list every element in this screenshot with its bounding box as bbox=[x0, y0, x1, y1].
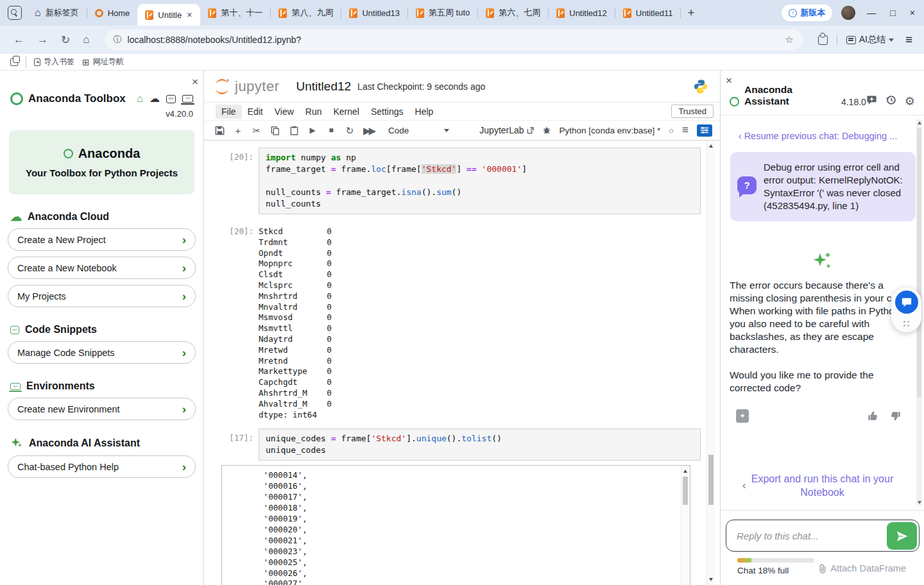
send-button[interactable] bbox=[887, 522, 917, 550]
scrollbar-thumb[interactable] bbox=[683, 477, 688, 505]
question-bubble-icon: ? bbox=[737, 176, 757, 194]
thumbs-up-icon[interactable] bbox=[868, 411, 878, 421]
cell-type-dropdown[interactable]: Code bbox=[388, 126, 409, 135]
browser-menu-icon[interactable]: ≡ bbox=[903, 33, 915, 47]
reply-box[interactable] bbox=[726, 520, 920, 552]
thumbs-down-icon[interactable] bbox=[890, 411, 901, 421]
chevron-left-icon[interactable]: ‹ bbox=[742, 480, 746, 491]
resume-previous-chat-link[interactable]: ‹ Resume previous chat: Debugging ... bbox=[721, 131, 915, 141]
stop-kernel-icon[interactable]: ■ bbox=[326, 126, 336, 134]
restart-run-all-icon[interactable]: ▶▶ bbox=[363, 126, 373, 135]
paste-icon[interactable] bbox=[289, 126, 299, 135]
assistant-close-icon[interactable]: × bbox=[726, 74, 732, 87]
history-icon[interactable] bbox=[886, 95, 896, 107]
menu-view[interactable]: View bbox=[269, 105, 300, 119]
debugger-icon[interactable] bbox=[542, 126, 551, 135]
code-icon[interactable]: <> bbox=[166, 95, 176, 103]
trusted-button[interactable]: Trusted bbox=[671, 105, 714, 118]
extensions-icon[interactable] bbox=[818, 35, 828, 45]
ai-summary-button[interactable]: AI总结 bbox=[841, 34, 899, 46]
collections-icon[interactable] bbox=[10, 58, 18, 66]
notebook-scroll-area[interactable]: [20]: import numpy as np frame_target = … bbox=[204, 140, 720, 585]
chat-based-python-help-button[interactable]: Chat-based Python Help › bbox=[8, 455, 196, 478]
settings-gear-icon[interactable]: ⚙ bbox=[905, 96, 915, 107]
insert-cell-icon[interactable]: + bbox=[233, 126, 243, 135]
tab-close-icon[interactable]: × bbox=[186, 10, 193, 20]
scrollbar-thumb[interactable] bbox=[708, 455, 714, 505]
import-bookmarks-button[interactable]: 导入书签 bbox=[34, 56, 74, 67]
kernel-name[interactable]: Python [conda env:base] * bbox=[560, 126, 661, 135]
drag-handle-icon[interactable] bbox=[903, 321, 905, 323]
site-info-icon[interactable]: ⓘ bbox=[114, 34, 122, 46]
window-minimize-button[interactable]: — bbox=[864, 8, 878, 18]
toolbox-close-icon[interactable]: × bbox=[192, 76, 198, 89]
laptop-icon[interactable]: <> bbox=[182, 95, 193, 103]
tab-week10-11[interactable]: 第十、十一 bbox=[200, 0, 270, 26]
tab-new-tab-page[interactable]: ⌂ 新标签页 bbox=[27, 0, 87, 26]
my-projects-button[interactable]: My Projects › bbox=[8, 285, 196, 307]
forward-icon[interactable]: → bbox=[33, 33, 53, 46]
cut-icon[interactable]: ✂ bbox=[252, 126, 262, 135]
notebook-title[interactable]: Untitled12 bbox=[296, 80, 352, 94]
menu-settings[interactable]: Settings bbox=[365, 105, 409, 119]
reply-input[interactable] bbox=[737, 520, 878, 551]
create-new-environment-button[interactable]: Create new Environment › bbox=[8, 398, 196, 420]
restart-kernel-icon[interactable]: ↻ bbox=[345, 126, 355, 135]
tab-week5-tutorial[interactable]: 第五周 tuto bbox=[408, 0, 477, 26]
back-icon[interactable]: ← bbox=[9, 33, 29, 46]
scroll-up-icon[interactable] bbox=[918, 121, 921, 124]
run-cell-icon[interactable]: ▶ bbox=[307, 126, 318, 134]
home-icon[interactable]: ⌂ bbox=[78, 33, 94, 46]
kernel-status-icon[interactable]: ○ bbox=[669, 126, 674, 135]
url-bar[interactable]: ⓘ localhost:8888/notebooks/Untitled12.ip… bbox=[105, 30, 803, 50]
new-chat-icon[interactable] bbox=[866, 95, 877, 107]
window-close-button[interactable]: × bbox=[907, 8, 918, 18]
cloud-icon[interactable]: ☁ bbox=[150, 94, 160, 104]
tab-untitled13[interactable]: Untitled13 bbox=[341, 0, 407, 26]
tab-search-icon[interactable] bbox=[8, 6, 22, 20]
window-maximize-button[interactable]: □ bbox=[887, 8, 898, 18]
chevron-down-icon[interactable] bbox=[444, 129, 449, 132]
site-navigation-button[interactable]: ⊞ 网址导航 bbox=[82, 56, 124, 67]
notebook-tools-icon[interactable] bbox=[697, 124, 712, 137]
create-new-project-button[interactable]: Create a New Project › bbox=[8, 228, 196, 251]
chat-history-area[interactable]: ‹ Resume previous chat: Debugging ... ? … bbox=[721, 115, 924, 510]
tab-untitled-active[interactable]: Untitle × bbox=[137, 4, 200, 26]
menu-help[interactable]: Help bbox=[409, 105, 440, 119]
new-tab-button[interactable]: + bbox=[681, 6, 701, 20]
floating-chat-widget[interactable] bbox=[891, 287, 921, 332]
insert-to-notebook-icon[interactable]: ✦ bbox=[736, 409, 749, 423]
menu-edit[interactable]: Edit bbox=[242, 105, 269, 119]
scroll-down-icon[interactable] bbox=[709, 578, 713, 581]
scroll-up-icon[interactable] bbox=[683, 470, 687, 473]
open-in-jupyterlab-link[interactable]: JupyterLab bbox=[479, 125, 533, 135]
bookmark-star-icon[interactable]: ☆ bbox=[785, 34, 793, 46]
save-icon[interactable] bbox=[214, 126, 225, 135]
copy-icon[interactable] bbox=[270, 126, 280, 135]
tab-week8-9[interactable]: 第八、九周 bbox=[271, 0, 341, 26]
scroll-up-icon[interactable] bbox=[709, 144, 713, 148]
tab-home[interactable]: Home bbox=[87, 0, 138, 26]
output-scroll-box[interactable]: '000014', '000016', '000017', '000018', … bbox=[221, 465, 690, 585]
table-of-contents-icon[interactable]: ≡ bbox=[682, 124, 689, 137]
menu-kernel[interactable]: Kernel bbox=[327, 105, 364, 119]
reload-icon[interactable]: ↻ bbox=[56, 33, 74, 47]
attach-dataframe-button[interactable]: Attach DataFrame bbox=[818, 563, 906, 573]
home-icon[interactable]: ⌂ bbox=[137, 94, 143, 104]
scrollbar-thumb[interactable] bbox=[917, 128, 921, 398]
avatar[interactable] bbox=[841, 6, 855, 20]
menu-run[interactable]: Run bbox=[300, 105, 328, 119]
code-editor[interactable]: unique_codes = frame['Stkcd'].unique().t… bbox=[259, 428, 701, 461]
tab-week6-7[interactable]: 第六、七周 bbox=[478, 0, 548, 26]
output-scrollbar[interactable] bbox=[681, 466, 689, 585]
scroll-down-icon[interactable] bbox=[918, 501, 921, 504]
new-version-badge[interactable]: ↑ 新版本 bbox=[782, 4, 832, 21]
create-new-notebook-button[interactable]: Create a New Notebook › bbox=[8, 257, 196, 279]
tab-untitled11[interactable]: Untitled11 bbox=[615, 0, 681, 26]
menu-file[interactable]: File bbox=[216, 105, 242, 119]
notebook-scrollbar[interactable] bbox=[706, 140, 715, 585]
tab-untitled12[interactable]: Untitled12 bbox=[549, 0, 615, 26]
code-editor[interactable]: import numpy as np frame_target = frame.… bbox=[259, 148, 701, 214]
manage-code-snippets-button[interactable]: Manage Code Snippets › bbox=[8, 341, 196, 364]
export-chat-link[interactable]: Export and run this chat in your Noteboo… bbox=[749, 472, 896, 499]
